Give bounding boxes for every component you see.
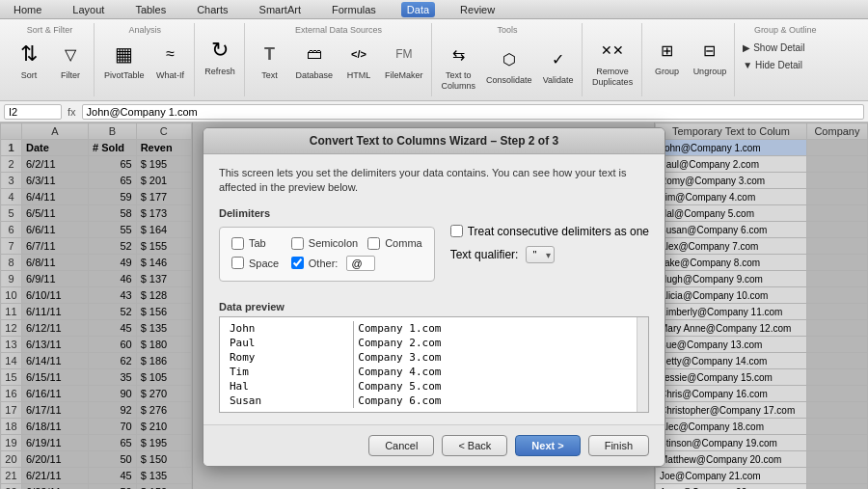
what-if-icon: ≈ [155, 39, 186, 69]
text-button[interactable]: T Text [251, 37, 289, 83]
toolbar-group-external: External Data Sources T Text 🗃 Database … [247, 23, 432, 96]
finish-button[interactable]: Finish [588, 435, 649, 456]
tab-checkbox[interactable] [231, 237, 244, 250]
treat-consecutive-row: Treat consecutive delimiters as one [450, 225, 649, 238]
toolbar: Sort & Filter ⇅ Sort ▽ Filter Analysis ▦… [0, 19, 868, 101]
preview-col2: Company 5.com [354, 379, 631, 394]
other-input[interactable] [346, 256, 375, 271]
dialog-description: This screen lets you set the delimiters … [219, 166, 649, 196]
refresh-label: Refresh [204, 67, 235, 77]
toolbar-group-group: ⊞ Group ⊟ Ungroup [644, 23, 736, 96]
pivot-table-button[interactable]: ▦ PivotTable [100, 37, 149, 83]
toolbar-group-analysis: Analysis ▦ PivotTable ≈ What-If [96, 23, 195, 96]
formula-input[interactable]: John@Company 1.com [82, 104, 864, 120]
ungroup-icon: ⊟ [694, 35, 725, 66]
filter-button[interactable]: ▽ Filter [51, 37, 90, 83]
preview-col2: Company 1.com [354, 321, 631, 336]
space-checkbox-item: Space [231, 256, 282, 271]
pivot-icon: ▦ [109, 39, 140, 69]
preview-col2: Company 4.com [354, 365, 631, 379]
pivot-label: PivotTable [104, 70, 145, 81]
preview-col2: Company 2.com [354, 336, 631, 350]
show-detail-button[interactable]: ▶ Show Detail [741, 41, 829, 55]
filemaker-button[interactable]: FM FileMaker [381, 37, 427, 83]
what-if-label: What-If [156, 70, 184, 81]
menu-tables[interactable]: Tables [129, 2, 172, 17]
other-checkbox[interactable] [291, 257, 304, 269]
validate-button[interactable]: ✓ Validate [539, 41, 578, 88]
tab-label: Tab [249, 237, 266, 249]
semicolon-checkbox[interactable] [291, 237, 304, 250]
qualifier-label: Text qualifier: [450, 248, 519, 261]
preview-col1: Susan [226, 394, 354, 408]
preview-col1: Hal [226, 379, 354, 394]
sort-filter-label: Sort & Filter [10, 25, 90, 35]
hide-detail-button[interactable]: ▼ Hide Detail [741, 58, 829, 72]
dialog-title: Convert Text to Columns Wizard – Step 2 … [310, 134, 558, 148]
space-label: Space [249, 258, 279, 269]
delimiter-grid: Tab Semicolon Comma [231, 237, 422, 271]
sort-button[interactable]: ⇅ Sort [10, 37, 48, 83]
toolbar-group-sort-filter: Sort & Filter ⇅ Sort ▽ Filter [6, 23, 95, 96]
filemaker-icon: FM [389, 39, 420, 69]
hide-detail-icon: ▼ [743, 60, 752, 70]
text-to-columns-icon: ⇆ [443, 39, 474, 69]
remove-dup-icon: ✕✕ [597, 35, 628, 66]
delimiters-box: Tab Semicolon Comma [219, 227, 435, 282]
toolbar-group-refresh: ↻ Refresh [197, 23, 245, 96]
group-icon: ⊞ [652, 35, 683, 66]
filter-label: Filter [61, 70, 80, 81]
consolidate-button[interactable]: ⬡ Consolidate [482, 41, 536, 88]
semicolon-checkbox-item: Semicolon [291, 237, 358, 250]
filter-icon: ▽ [55, 39, 86, 69]
menu-home[interactable]: Home [8, 2, 47, 17]
delimiters-right: Treat consecutive delimiters as one Text… [450, 207, 649, 291]
html-button[interactable]: </> HTML [339, 37, 378, 83]
treat-consecutive-checkbox[interactable] [450, 225, 463, 237]
preview-table: John Company 1.com Paul Company 2.com Ro… [226, 321, 631, 408]
refresh-button[interactable]: ↻ Refresh [201, 33, 240, 79]
menu-charts[interactable]: Charts [191, 2, 233, 17]
text-label: Text [261, 70, 278, 81]
formula-equals: fx [66, 106, 78, 118]
menu-data[interactable]: Data [401, 2, 435, 17]
other-checkbox-item: Other: [291, 256, 422, 271]
toolbar-group-remove-dup: ✕✕ RemoveDuplicates [584, 23, 642, 96]
comma-checkbox[interactable] [367, 237, 380, 250]
database-button[interactable]: 🗃 Database [292, 37, 338, 83]
qualifier-row: Text qualifier: " [450, 246, 649, 263]
delimiters-header: Delimiters [219, 207, 435, 219]
preview-label: Data preview [219, 301, 649, 312]
space-checkbox[interactable] [231, 257, 244, 269]
what-if-button[interactable]: ≈ What-If [151, 37, 190, 83]
menu-layout[interactable]: Layout [67, 2, 110, 17]
consolidate-label: Consolidate [486, 75, 532, 86]
preview-scrollbar[interactable] [637, 317, 648, 412]
group-label: Group [655, 67, 679, 77]
preview-section: Data preview John Company 1.com Paul Com… [219, 301, 649, 413]
cell-reference[interactable]: I2 [4, 104, 62, 120]
delimiter-section-wrapper: Delimiters Tab Semicolon [219, 207, 649, 291]
remove-dup-label: RemoveDuplicates [592, 67, 633, 88]
text-to-columns-button[interactable]: ⇆ Text toColumns [438, 37, 480, 94]
next-button[interactable]: Next > [515, 435, 580, 456]
group-button[interactable]: ⊞ Group [648, 33, 687, 79]
treat-consecutive-label: Treat consecutive delimiters as one [468, 225, 649, 238]
external-label: External Data Sources [251, 25, 427, 35]
ungroup-label: Ungroup [693, 67, 727, 77]
qualifier-select[interactable]: " [526, 246, 555, 263]
preview-col1: John [226, 321, 354, 336]
menu-formulas[interactable]: Formulas [326, 2, 382, 17]
sort-icon: ⇅ [14, 39, 44, 69]
menu-review[interactable]: Review [454, 2, 501, 17]
tools-label: Tools [438, 25, 578, 35]
toolbar-group-tools: Tools ⇆ Text toColumns ⬡ Consolidate ✓ V… [434, 23, 583, 96]
menu-smartart[interactable]: SmartArt [254, 2, 307, 17]
ungroup-button[interactable]: ⊟ Ungroup [690, 33, 731, 79]
back-button[interactable]: < Back [442, 435, 507, 456]
cancel-button[interactable]: Cancel [368, 435, 434, 456]
menu-bar: Home Layout Tables Charts SmartArt Formu… [0, 0, 868, 19]
analysis-label: Analysis [100, 25, 190, 35]
preview-col1: Romy [226, 350, 354, 365]
remove-duplicates-button[interactable]: ✕✕ RemoveDuplicates [588, 33, 637, 90]
